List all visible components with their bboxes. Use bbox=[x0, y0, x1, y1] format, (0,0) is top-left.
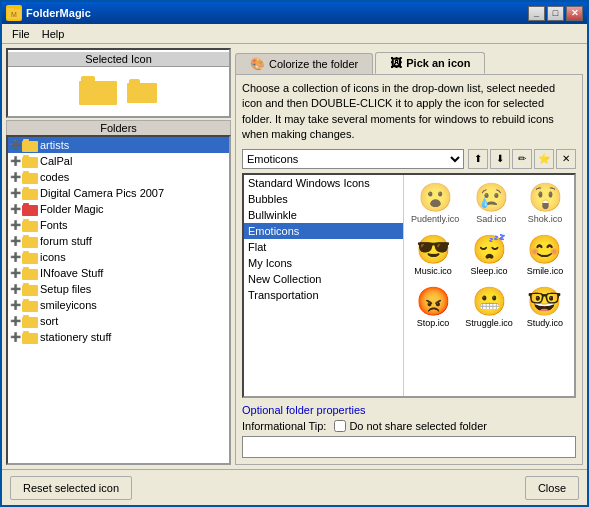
tree-label-calpal: CalPal bbox=[40, 155, 72, 167]
list-item-transportation[interactable]: Transportation bbox=[244, 287, 403, 303]
list-item-bullwinkle[interactable]: Bullwinkle bbox=[244, 207, 403, 223]
icon-sleep: 😴 bbox=[472, 236, 507, 264]
list-item-new-collection[interactable]: New Collection bbox=[244, 271, 403, 287]
folder-icon-smiley bbox=[22, 299, 38, 312]
tree-label-smiley: smileyicons bbox=[40, 299, 97, 311]
info-tip-row bbox=[242, 436, 576, 458]
main-window: M FolderMagic _ □ ✕ File Help Selected I… bbox=[0, 0, 589, 507]
tree-item-smiley[interactable]: ➕ smileyicons bbox=[8, 297, 229, 313]
list-item-standard[interactable]: Standard Windows Icons bbox=[244, 175, 403, 191]
icon-struggle: 😬 bbox=[472, 288, 507, 316]
icon-item-sad[interactable]: 😢 Sad.ico bbox=[466, 179, 516, 227]
expander-codes[interactable]: ➕ bbox=[8, 170, 22, 184]
large-folder-icon bbox=[79, 76, 119, 108]
tab-colorize[interactable]: 🎨 Colorize the folder bbox=[235, 53, 373, 74]
tree-item-icons[interactable]: ➕ icons bbox=[8, 249, 229, 265]
titlebar-buttons: _ □ ✕ bbox=[528, 6, 583, 21]
small-folder-icon bbox=[127, 79, 159, 105]
tab-pick-icon[interactable]: 🖼 Pick an icon bbox=[375, 52, 485, 74]
list-item-myicons[interactable]: My Icons bbox=[244, 255, 403, 271]
info-tip-input[interactable] bbox=[242, 436, 576, 458]
expander-sort[interactable]: ➕ bbox=[8, 314, 22, 328]
tree-label-fonts: Fonts bbox=[40, 219, 68, 231]
tree-item-forum[interactable]: ➕ forum stuff bbox=[8, 233, 229, 249]
expander-icons[interactable]: ➕ bbox=[8, 250, 22, 264]
tree-item-foldermagic[interactable]: ➕ Folder Magic bbox=[8, 201, 229, 217]
icon-item-stop[interactable]: 😡 Stop.ico bbox=[408, 283, 458, 331]
list-item-flat[interactable]: Flat bbox=[244, 239, 403, 255]
toolbar-btn-add[interactable]: ⭐ bbox=[534, 149, 554, 169]
tree-item-sort[interactable]: ➕ sort bbox=[8, 313, 229, 329]
reset-button[interactable]: Reset selected icon bbox=[10, 476, 132, 500]
tabs-bar: 🎨 Colorize the folder 🖼 Pick an icon bbox=[235, 48, 583, 74]
expander-digital[interactable]: ➕ bbox=[8, 186, 22, 200]
icon-study: 🤓 bbox=[527, 288, 562, 316]
folders-tree[interactable]: ➕ artists ➕ CalPal ➕ codes bbox=[6, 135, 231, 465]
optional-section: Optional folder properties Informational… bbox=[242, 404, 576, 458]
optional-label: Optional folder properties bbox=[242, 404, 576, 416]
folder-icon-stationery bbox=[22, 331, 38, 344]
titlebar: M FolderMagic _ □ ✕ bbox=[2, 2, 587, 24]
icon-item-music[interactable]: 😎 Music.ico bbox=[408, 231, 458, 279]
toolbar-btn-edit[interactable]: ✏ bbox=[512, 149, 532, 169]
expander-stationery[interactable]: ➕ bbox=[8, 330, 22, 344]
expander-smiley[interactable]: ➕ bbox=[8, 298, 22, 312]
tree-item-codes[interactable]: ➕ codes bbox=[8, 169, 229, 185]
icon-item-struggle[interactable]: 😬 Struggle.ico bbox=[462, 283, 516, 331]
expander-artists[interactable]: ➕ bbox=[8, 138, 22, 152]
tree-label-digital: Digital Camera Pics 2007 bbox=[40, 187, 164, 199]
expander-fonts[interactable]: ➕ bbox=[8, 218, 22, 232]
icon-item-smile[interactable]: 😊 Smile.ico bbox=[520, 231, 570, 279]
expander-forum[interactable]: ➕ bbox=[8, 234, 22, 248]
icon-shok: 😲 bbox=[528, 184, 563, 212]
icon-stop: 😡 bbox=[416, 288, 451, 316]
icon-item-shok[interactable]: 😲 Shok.ico bbox=[520, 179, 570, 227]
folder-icon-digital bbox=[22, 187, 38, 200]
list-item-emoticons[interactable]: Emoticons bbox=[244, 223, 403, 239]
tree-item-infoave[interactable]: ➕ INfoave Stuff bbox=[8, 265, 229, 281]
panel-content: Choose a collection of icons in the drop… bbox=[235, 74, 583, 465]
expander-infoave[interactable]: ➕ bbox=[8, 266, 22, 280]
tree-item-fonts[interactable]: ➕ Fonts bbox=[8, 217, 229, 233]
tree-label-icons: icons bbox=[40, 251, 66, 263]
icon-smile: 😊 bbox=[527, 236, 562, 264]
no-share-checkbox-label[interactable]: Do not share selected folder bbox=[334, 420, 487, 432]
folder-icon-codes bbox=[22, 171, 38, 184]
tree-item-stationery[interactable]: ➕ stationery stuff bbox=[8, 329, 229, 345]
expander-calpal[interactable]: ➕ bbox=[8, 154, 22, 168]
icons-grid-container[interactable]: 😮 Pudently.ico 😢 Sad.ico 😲 Shok.ico bbox=[404, 175, 574, 396]
icon-item-sleep[interactable]: 😴 Sleep.ico bbox=[462, 231, 516, 279]
icons-list-container: Standard Windows Icons Bubbles Bullwinkl… bbox=[242, 173, 576, 398]
folders-label: Folders bbox=[6, 120, 231, 135]
toolbar-btn-down[interactable]: ⬇ bbox=[490, 149, 510, 169]
minimize-button[interactable]: _ bbox=[528, 6, 545, 21]
maximize-button[interactable]: □ bbox=[547, 6, 564, 21]
toolbar-btn-delete[interactable]: ✕ bbox=[556, 149, 576, 169]
icon-label-smile: Smile.ico bbox=[527, 266, 564, 276]
tree-item-digital[interactable]: ➕ Digital Camera Pics 2007 bbox=[8, 185, 229, 201]
expander-setup[interactable]: ➕ bbox=[8, 282, 22, 296]
icon-item-pudently[interactable]: 😮 Pudently.ico bbox=[408, 179, 462, 227]
expander-foldermagic[interactable]: ➕ bbox=[8, 202, 22, 216]
toolbar-btn-up[interactable]: ⬆ bbox=[468, 149, 488, 169]
icon-item-study[interactable]: 🤓 Study.ico bbox=[520, 283, 570, 331]
folder-icon-infoave bbox=[22, 267, 38, 280]
collection-dropdown[interactable]: Standard Windows Icons Bubbles Bullwinkl… bbox=[242, 149, 464, 169]
close-button[interactable]: Close bbox=[525, 476, 579, 500]
list-item-bubbles[interactable]: Bubbles bbox=[244, 191, 403, 207]
close-titlebar-button[interactable]: ✕ bbox=[566, 6, 583, 21]
selected-icon-area bbox=[79, 67, 159, 116]
tree-item-artists[interactable]: ➕ artists bbox=[8, 137, 229, 153]
tree-item-setup[interactable]: ➕ Setup files bbox=[8, 281, 229, 297]
tab-pick-icon-label: Pick an icon bbox=[406, 57, 470, 69]
icon-label-sleep: Sleep.ico bbox=[470, 266, 507, 276]
left-panel: Selected Icon Folders ➕ bbox=[6, 48, 231, 465]
no-share-checkbox[interactable] bbox=[334, 420, 346, 432]
tree-item-calpal[interactable]: ➕ CalPal bbox=[8, 153, 229, 169]
menu-file[interactable]: File bbox=[6, 26, 36, 42]
menu-help[interactable]: Help bbox=[36, 26, 71, 42]
tree-label-codes: codes bbox=[40, 171, 69, 183]
icon-label-stop: Stop.ico bbox=[417, 318, 450, 328]
info-tip-label: Informational Tip: bbox=[242, 420, 326, 432]
icons-dropdown-list[interactable]: Standard Windows Icons Bubbles Bullwinkl… bbox=[244, 175, 404, 396]
